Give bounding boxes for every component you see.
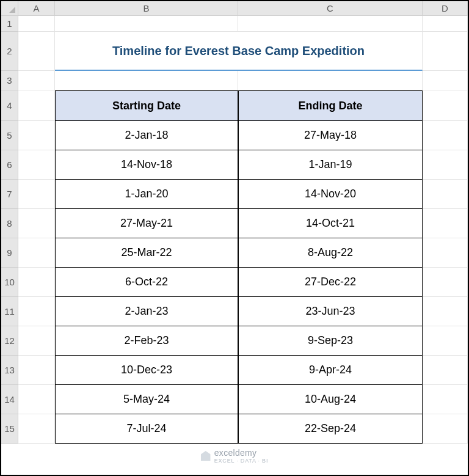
cell-D14[interactable] (423, 385, 468, 414)
row-header-7[interactable]: 7 (1, 180, 18, 209)
cell-A2[interactable] (18, 32, 55, 71)
table-header-end[interactable]: Ending Date (238, 90, 423, 121)
cell-end-0[interactable]: 27-May-18 (238, 121, 423, 150)
cell-D7[interactable] (423, 180, 468, 209)
row-header-9[interactable]: 9 (1, 238, 18, 268)
column-header-A[interactable]: A (18, 1, 55, 16)
watermark: exceldemy EXCEL · DATA · BI (201, 448, 268, 464)
cell-B3[interactable] (55, 71, 238, 90)
row-header-5[interactable]: 5 (1, 121, 18, 150)
cell-D11[interactable] (423, 297, 468, 326)
row-header-10[interactable]: 10 (1, 268, 18, 297)
cell-D2[interactable] (423, 32, 468, 71)
row-header-8[interactable]: 8 (1, 209, 18, 238)
cell-D5[interactable] (423, 121, 468, 150)
cell-start-9[interactable]: 5-May-24 (55, 385, 238, 414)
cell-end-8[interactable]: 9-Apr-24 (238, 356, 423, 385)
watermark-brand: exceldemy (214, 448, 257, 458)
cell-A3[interactable] (18, 71, 55, 90)
cell-grid: Timeline for Everest Base Camp Expeditio… (18, 16, 468, 444)
cell-A9[interactable] (18, 238, 55, 268)
cell-A5[interactable] (18, 121, 55, 150)
cell-start-7[interactable]: 2-Feb-23 (55, 326, 238, 356)
cell-end-1[interactable]: 1-Jan-19 (238, 150, 423, 180)
cell-A13[interactable] (18, 356, 55, 385)
row-header-1[interactable]: 1 (1, 16, 18, 32)
cell-end-4[interactable]: 8-Aug-22 (238, 238, 423, 268)
column-headers: ABCD (18, 1, 468, 16)
cell-D12[interactable] (423, 326, 468, 356)
cell-end-7[interactable]: 9-Sep-23 (238, 326, 423, 356)
cell-start-5[interactable]: 6-Oct-22 (55, 268, 238, 297)
cell-start-3[interactable]: 27-May-21 (55, 209, 238, 238)
cell-A10[interactable] (18, 268, 55, 297)
row-header-11[interactable]: 11 (1, 297, 18, 326)
row-header-3[interactable]: 3 (1, 71, 18, 90)
cell-C3[interactable] (238, 71, 423, 90)
cell-D6[interactable] (423, 150, 468, 180)
spreadsheet-view: ABCD 123456789101112131415 Timeline for … (0, 0, 469, 476)
cell-A11[interactable] (18, 297, 55, 326)
cell-start-1[interactable]: 14-Nov-18 (55, 150, 238, 180)
row-header-15[interactable]: 15 (1, 414, 18, 444)
cell-D9[interactable] (423, 238, 468, 268)
cell-A14[interactable] (18, 385, 55, 414)
cell-A7[interactable] (18, 180, 55, 209)
cell-start-10[interactable]: 7-Jul-24 (55, 414, 238, 444)
watermark-logo-icon (201, 451, 211, 461)
column-header-D[interactable]: D (423, 1, 468, 16)
cell-A15[interactable] (18, 414, 55, 444)
table-header-start[interactable]: Starting Date (55, 90, 238, 121)
select-all-corner[interactable] (1, 1, 18, 16)
cell-start-2[interactable]: 1-Jan-20 (55, 180, 238, 209)
cell-D3[interactable] (423, 71, 468, 90)
page-title[interactable]: Timeline for Everest Base Camp Expeditio… (55, 32, 423, 71)
watermark-tagline: EXCEL · DATA · BI (214, 458, 268, 464)
cell-D13[interactable] (423, 356, 468, 385)
row-header-14[interactable]: 14 (1, 385, 18, 414)
row-header-13[interactable]: 13 (1, 356, 18, 385)
column-header-B[interactable]: B (55, 1, 238, 16)
cell-start-4[interactable]: 25-Mar-22 (55, 238, 238, 268)
cell-B1[interactable] (55, 16, 238, 32)
cell-C1[interactable] (238, 16, 423, 32)
cell-A6[interactable] (18, 150, 55, 180)
cell-D8[interactable] (423, 209, 468, 238)
cell-end-10[interactable]: 22-Sep-24 (238, 414, 423, 444)
cell-start-0[interactable]: 2-Jan-18 (55, 121, 238, 150)
cell-start-8[interactable]: 10-Dec-23 (55, 356, 238, 385)
cell-A12[interactable] (18, 326, 55, 356)
cell-end-6[interactable]: 23-Jun-23 (238, 297, 423, 326)
cell-A8[interactable] (18, 209, 55, 238)
cell-A4[interactable] (18, 90, 55, 121)
cell-end-3[interactable]: 14-Oct-21 (238, 209, 423, 238)
cell-end-5[interactable]: 27-Dec-22 (238, 268, 423, 297)
cell-end-9[interactable]: 10-Aug-24 (238, 385, 423, 414)
row-header-4[interactable]: 4 (1, 90, 18, 121)
cell-A1[interactable] (18, 16, 55, 32)
row-header-12[interactable]: 12 (1, 326, 18, 356)
cell-start-6[interactable]: 2-Jan-23 (55, 297, 238, 326)
row-header-2[interactable]: 2 (1, 32, 18, 71)
cell-D1[interactable] (423, 16, 468, 32)
cell-end-2[interactable]: 14-Nov-20 (238, 180, 423, 209)
row-headers: 123456789101112131415 (1, 16, 18, 444)
cell-D15[interactable] (423, 414, 468, 444)
cell-D10[interactable] (423, 268, 468, 297)
cell-D4[interactable] (423, 90, 468, 121)
column-header-C[interactable]: C (238, 1, 423, 16)
row-header-6[interactable]: 6 (1, 150, 18, 180)
